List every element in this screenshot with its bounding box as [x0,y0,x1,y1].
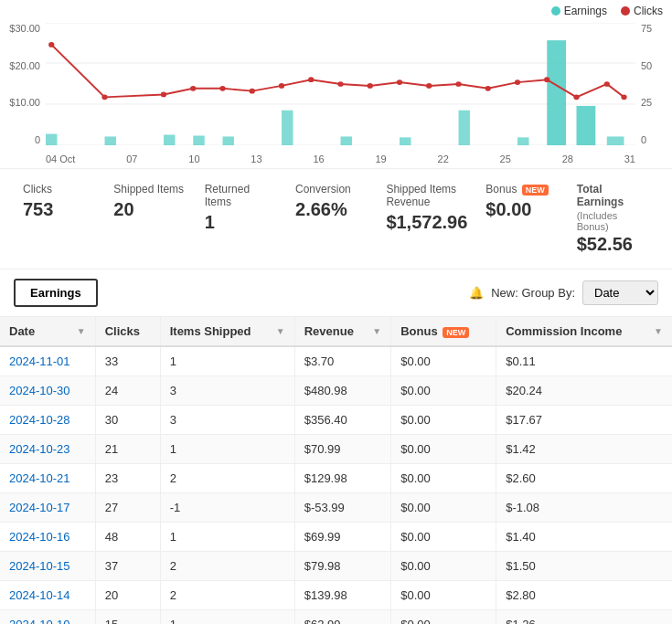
cell-revenue: $70.99 [294,435,391,464]
cell-commission: $1.50 [496,552,672,581]
stat-conversion-value: 2.66% [295,199,368,220]
toolbar: Earnings 🔔 New: Group By: Date Product [0,270,672,317]
col-header-revenue[interactable]: Revenue ▼ [294,317,391,346]
clicks-legend-dot [621,6,630,16]
group-by-label: New: Group By: [491,286,575,300]
y-right-low: 25 [641,97,652,108]
cell-date[interactable]: 2024-10-16 [0,523,95,552]
svg-point-17 [48,42,54,48]
svg-point-28 [426,83,432,89]
cell-bonus: $0.00 [391,435,496,464]
col-header-items-shipped[interactable]: Items Shipped ▼ [160,317,294,346]
cell-date[interactable]: 2024-10-15 [0,552,95,581]
col-header-date[interactable]: Date ▼ [0,317,95,346]
cell-items-shipped: 2 [160,581,294,610]
cell-commission: $2.80 [496,581,672,610]
svg-rect-13 [517,137,528,145]
cell-date[interactable]: 2024-10-28 [0,406,95,435]
group-by-select[interactable]: Date Product [582,280,658,305]
svg-point-18 [101,94,107,100]
svg-point-34 [604,81,610,87]
svg-rect-14 [547,40,566,145]
cell-items-shipped: 1 [160,346,294,376]
cell-date[interactable]: 2024-11-01 [0,346,95,376]
svg-rect-12 [459,111,470,145]
cell-date[interactable]: 2024-10-17 [0,493,95,523]
toolbar-right: 🔔 New: Group By: Date Product [469,280,658,305]
cell-revenue: $-53.99 [294,493,391,523]
cell-items-shipped: 1 [160,610,294,625]
date-link[interactable]: 2024-10-30 [9,384,70,397]
cell-date[interactable]: 2024-10-21 [0,464,95,493]
stat-shipped-value: 20 [113,199,186,220]
cell-items-shipped: -1 [160,493,294,523]
x-label-5: 16 [313,153,324,164]
svg-point-29 [455,81,461,87]
cell-commission: $1.26 [496,610,672,625]
stat-clicks: Clicks 753 [14,178,104,259]
svg-point-20 [190,86,196,91]
date-link[interactable]: 2024-10-21 [9,471,70,485]
cell-clicks: 23 [95,464,160,493]
cell-date[interactable]: 2024-10-23 [0,435,95,464]
cell-items-shipped: 3 [160,406,294,435]
cell-date[interactable]: 2024-10-10 [0,610,95,625]
legend-clicks: Clicks [621,5,663,17]
svg-point-26 [368,83,373,89]
clicks-legend-label: Clicks [634,5,663,17]
stat-bonus: Bonus NEW $0.00 [476,178,567,259]
earnings-tab-button[interactable]: Earnings [14,279,98,307]
svg-rect-4 [46,134,57,145]
x-axis-labels: 04 Oct 07 10 13 16 19 22 25 28 31 [46,153,635,164]
date-link[interactable]: 2024-10-17 [9,501,70,514]
cell-clicks: 30 [95,406,160,435]
cell-items-shipped: 1 [160,435,294,464]
cell-revenue: $129.98 [294,464,391,493]
date-link[interactable]: 2024-10-15 [9,559,70,573]
date-link[interactable]: 2024-10-10 [9,618,70,624]
cell-revenue: $480.98 [294,376,391,406]
y-right-max: 75 [641,23,652,34]
svg-point-21 [219,86,225,91]
col-revenue-sort-icon: ▼ [372,326,381,336]
svg-point-31 [515,79,520,85]
cell-clicks: 37 [95,552,160,581]
svg-point-30 [485,86,491,91]
y-left-zero: 0 [35,134,40,145]
cell-clicks: 15 [95,610,160,625]
cell-bonus: $0.00 [391,523,496,552]
date-link[interactable]: 2024-10-14 [9,588,70,602]
y-left-max: $30.00 [9,23,40,34]
cell-revenue: $69.99 [294,523,391,552]
date-link[interactable]: 2024-11-01 [9,354,70,368]
x-label-7: 22 [438,153,449,164]
table-row: 2024-10-16 48 1 $69.99 $0.00 $1.40 [0,523,672,552]
cell-clicks: 21 [95,435,160,464]
svg-point-25 [337,81,343,87]
date-link[interactable]: 2024-10-23 [9,442,70,456]
stat-conversion-label: Conversion [295,183,368,196]
cell-clicks: 48 [95,523,160,552]
table-row: 2024-10-21 23 2 $129.98 $0.00 $2.60 [0,464,672,493]
cell-revenue: $79.98 [294,552,391,581]
col-header-commission[interactable]: Commission Income ▼ [496,317,672,346]
date-link[interactable]: 2024-10-28 [9,413,70,427]
table-row: 2024-10-23 21 1 $70.99 $0.00 $1.42 [0,435,672,464]
cell-revenue: $139.98 [294,581,391,610]
x-label-10: 31 [624,153,635,164]
cell-commission: $-1.08 [496,493,672,523]
cell-commission: $1.40 [496,523,672,552]
date-link[interactable]: 2024-10-16 [9,530,70,544]
table-row: 2024-10-28 30 3 $356.40 $0.00 $17.67 [0,406,672,435]
cell-date[interactable]: 2024-10-30 [0,376,95,406]
stat-returned-value: 1 [205,212,277,233]
cell-items-shipped: 2 [160,464,294,493]
cell-date[interactable]: 2024-10-14 [0,581,95,610]
svg-rect-10 [341,136,352,145]
svg-rect-8 [223,136,234,145]
cell-bonus: $0.00 [391,406,496,435]
col-header-clicks[interactable]: Clicks [95,317,160,346]
stat-clicks-label: Clicks [23,183,95,196]
cell-clicks: 33 [95,346,160,376]
col-header-bonus[interactable]: Bonus NEW [391,317,496,346]
